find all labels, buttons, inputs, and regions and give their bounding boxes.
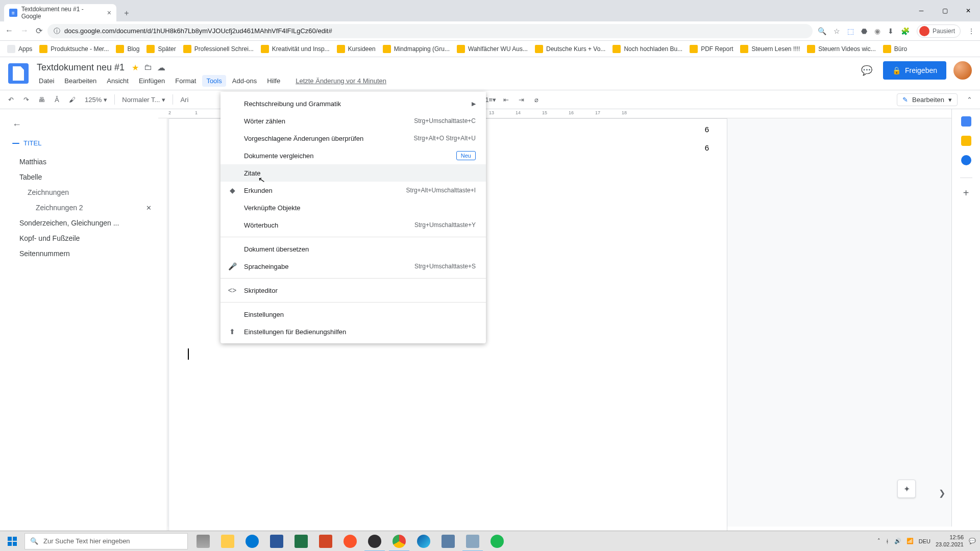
outline-item[interactable]: Sonderzeichen, Gleichungen ... [12, 215, 152, 231]
tab-close-icon[interactable]: × [107, 9, 111, 17]
outline-back-button[interactable]: ← [12, 119, 152, 130]
menu-item[interactable]: Einstellungen [220, 306, 486, 323]
menu-item[interactable]: Verknüpfte Objekte [220, 199, 486, 216]
file-explorer-button[interactable] [215, 531, 240, 552]
new-tab-button[interactable]: + [119, 6, 134, 20]
decrease-indent-button[interactable]: ⇤ [500, 94, 511, 105]
menu-item[interactable]: WörterbuchStrg+Umschalttaste+Y [220, 216, 486, 234]
bookmark-item[interactable]: Blog [116, 45, 139, 53]
paint-format-button[interactable]: 🖌 [66, 94, 78, 105]
volume-icon[interactable]: 🔊 [894, 538, 901, 544]
notifications-icon[interactable]: 💬 [969, 538, 976, 544]
bookmark-item[interactable]: Büro [883, 45, 907, 53]
bookmark-item[interactable]: Wahlfächer WU Aus... [457, 45, 528, 53]
bookmark-item[interactable]: Deutsche Kurs + Vo... [535, 45, 605, 53]
increase-indent-button[interactable]: ⇥ [516, 94, 527, 105]
outline-item[interactable]: Tabelle [12, 169, 152, 185]
undo-button[interactable]: ↶ [5, 94, 16, 105]
last-edit-link[interactable]: Letzte Änderung vor 4 Minuten [291, 75, 390, 87]
spotify-button[interactable] [485, 531, 509, 552]
bookmark-item[interactable]: Mindmapping (Gru... [383, 45, 450, 53]
start-button[interactable] [0, 531, 24, 552]
clear-format-button[interactable]: ⌀ [531, 94, 542, 105]
menu-item[interactable]: Dokument übersetzen [220, 240, 486, 258]
menu-item[interactable]: 🎤SpracheingabeStrg+Umschalttaste+S [220, 258, 486, 275]
translate-icon[interactable]: ⬚ [847, 27, 854, 35]
bookmark-item[interactable]: Noch hochladen Bu... [612, 45, 682, 53]
redo-button[interactable]: ↷ [20, 94, 32, 105]
back-button[interactable]: ← [5, 26, 13, 36]
spellcheck-button[interactable]: Ǎ [51, 94, 62, 105]
word-button[interactable] [264, 531, 289, 552]
paragraph-style-dropdown[interactable]: Normaler T... ▾ [119, 96, 168, 104]
numbered-list-button[interactable]: 1≡▾ [485, 94, 496, 105]
app-button-1[interactable] [436, 531, 460, 552]
menu-ansicht[interactable]: Ansicht [103, 75, 133, 87]
chrome-menu-icon[interactable]: ⋮ [968, 27, 975, 35]
profile-button[interactable]: Pausiert [917, 24, 961, 38]
menu-add-ons[interactable]: Add-ons [228, 75, 261, 87]
menu-item[interactable]: Dokumente vergleichenNeu [220, 147, 486, 164]
close-window-button[interactable]: ✕ [957, 0, 980, 21]
bookmark-item[interactable]: Kreativität und Insp... [261, 45, 330, 53]
bookmark-item[interactable]: Kursideen [337, 45, 376, 53]
minimize-button[interactable]: ─ [910, 0, 933, 21]
comments-button[interactable]: 💬 [857, 61, 876, 80]
edge-button[interactable] [411, 531, 436, 552]
outline-item[interactable]: Seitennummern [12, 246, 152, 261]
document-title[interactable]: Textdokument neu #1 [35, 61, 127, 74]
maximize-button[interactable]: ▢ [933, 0, 957, 21]
task-view-button[interactable] [191, 531, 215, 552]
menu-bearbeiten[interactable]: Bearbeiten [60, 75, 101, 87]
zoom-icon[interactable]: 🔍 [818, 27, 826, 35]
docs-logo-icon[interactable] [8, 63, 29, 84]
menu-item[interactable]: Rechtschreibung und Grammatik▶ [220, 95, 486, 112]
bookmark-item[interactable]: PDF Report [690, 45, 733, 53]
calendar-addon-icon[interactable] [961, 116, 971, 127]
menu-item[interactable]: Wörter zählenStrg+Umschalttaste+C [220, 112, 486, 130]
share-button[interactable]: 🔒 Freigeben [883, 61, 946, 80]
menu-item[interactable]: <>Skripteditor [220, 282, 486, 299]
extension-icon-3[interactable]: ⬇ [888, 27, 894, 35]
extension-icon-2[interactable]: ◉ [874, 27, 880, 35]
bookmark-item[interactable]: Apps [7, 45, 32, 53]
menu-format[interactable]: Format [171, 75, 200, 87]
extensions-menu-icon[interactable]: 🧩 [901, 27, 910, 35]
bookmark-item[interactable]: Produktsuche - Mer... [39, 45, 109, 53]
powerpoint-button[interactable] [313, 531, 338, 552]
address-bar[interactable]: ⓘ docs.google.com/document/d/1hUH8k6h7Lb… [47, 24, 813, 38]
app-button-2[interactable] [460, 531, 485, 552]
menu-tools[interactable]: Tools [202, 75, 226, 87]
menu-item[interactable]: Vorgeschlagene Änderungen überprüfenStrg… [220, 130, 486, 147]
bookmark-item[interactable]: Professionell Schrei... [183, 45, 254, 53]
outline-title[interactable]: TITEL [12, 139, 152, 147]
excel-button[interactable] [289, 531, 313, 552]
outline-item[interactable]: Kopf- und Fußzeile [12, 231, 152, 246]
brave-button[interactable] [338, 531, 362, 552]
zoom-dropdown[interactable]: 125% ▾ [82, 96, 110, 104]
account-avatar[interactable] [953, 61, 972, 80]
outline-item[interactable]: Matthias [12, 154, 152, 169]
tray-chevron-icon[interactable]: ˄ [877, 538, 880, 544]
language-indicator[interactable]: DEU [919, 538, 930, 544]
show-side-panel-button[interactable]: ❯ [939, 488, 945, 498]
move-icon[interactable]: 🗀 [144, 63, 152, 72]
collapse-toolbar-button[interactable]: ⌃ [964, 94, 975, 105]
chrome-button[interactable] [387, 531, 411, 552]
print-button[interactable]: 🖶 [36, 94, 47, 105]
get-addons-button[interactable]: + [963, 187, 969, 199]
outline-remove-icon[interactable]: ✕ [146, 204, 152, 212]
menu-item[interactable]: ⬆Einstellungen für Bedienungshilfen [220, 323, 486, 340]
menu-datei[interactable]: Datei [35, 75, 58, 87]
bookmark-item[interactable]: Später [146, 45, 176, 53]
cloud-status-icon[interactable]: ☁ [157, 63, 165, 72]
edge-legacy-button[interactable] [240, 531, 264, 552]
keep-addon-icon[interactable] [961, 136, 971, 146]
font-dropdown[interactable]: Ari [177, 96, 191, 104]
taskbar-search[interactable]: 🔍 Zur Suche Text hier eingeben [24, 533, 188, 549]
bluetooth-icon[interactable]: ᚼ [886, 538, 889, 544]
bookmark-item[interactable]: Steuern Lesen !!!! [740, 45, 800, 53]
obs-button[interactable] [362, 531, 387, 552]
extension-icon-1[interactable]: ⬣ [861, 27, 867, 35]
bookmark-item[interactable]: Steuern Videos wic... [807, 45, 876, 53]
